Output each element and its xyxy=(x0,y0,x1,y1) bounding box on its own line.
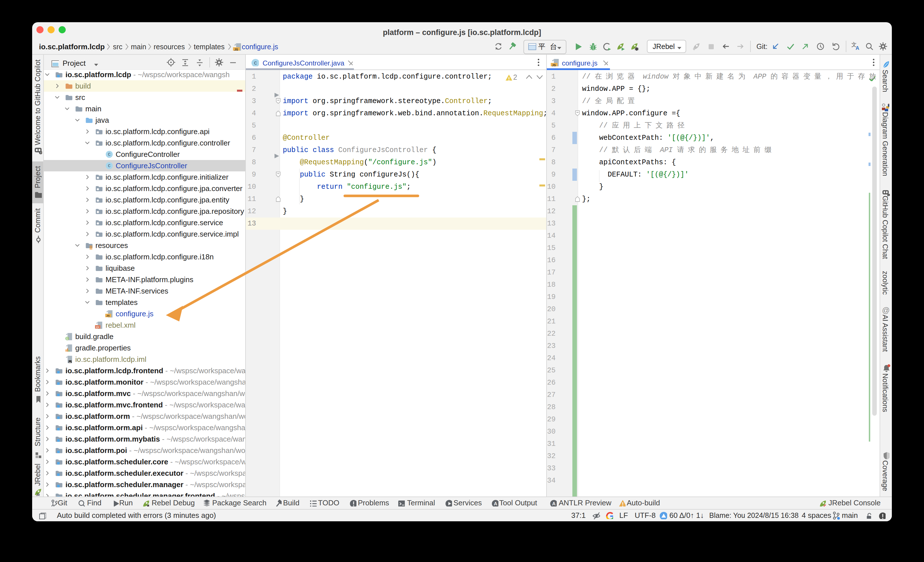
svg-text:A: A xyxy=(494,501,497,506)
svg-text:?: ? xyxy=(40,152,41,154)
svg-text:C: C xyxy=(108,164,110,168)
svg-text:JS: JS xyxy=(552,63,556,67)
svg-text:<>: <> xyxy=(96,325,99,329)
svg-text:C: C xyxy=(254,61,257,66)
svg-text:C: C xyxy=(108,152,110,157)
svg-text:JS: JS xyxy=(106,314,110,317)
svg-text:@: @ xyxy=(882,306,890,314)
svg-text:JR: JR xyxy=(36,493,40,496)
svg-text:A: A xyxy=(552,501,556,506)
svg-text:A: A xyxy=(856,45,860,51)
svg-text:G: G xyxy=(66,337,68,340)
svg-text:JS: JS xyxy=(234,48,238,51)
